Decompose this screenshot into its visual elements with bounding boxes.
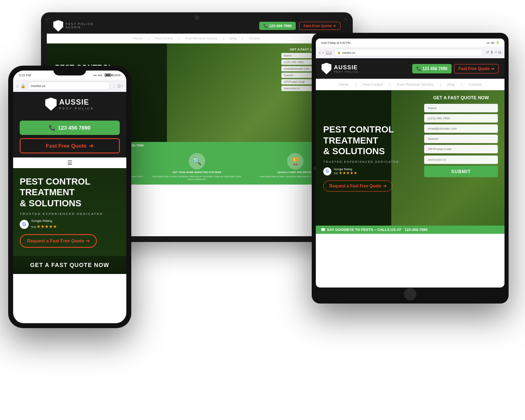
tp-ticker-phone: 123-456-7890 (404, 228, 427, 232)
tp-url-text: maxbiz.co (342, 51, 355, 54)
nav-sep2: | (178, 37, 179, 40)
tp-phone-btn[interactable]: 📞 123 456 7890 (412, 64, 452, 73)
tp-submit-btn[interactable]: SUBMIT (424, 166, 498, 177)
tp-url-bar[interactable]: 🔒 maxbiz.co (334, 49, 483, 56)
shield-icon-phone (45, 98, 57, 111)
brand-name-phone: AUSSIE (59, 98, 94, 107)
phone-icon-btn: 📞 (49, 125, 55, 131)
tp-web-nav: Home | Pest Control | Pest Removal Servi… (316, 79, 504, 90)
share-icon-phone[interactable]: ⋮ (112, 84, 116, 88)
brand-tagline-landscape: PEST POLICE (66, 23, 94, 26)
feature-3-icon-landscape: 🏆 (287, 153, 304, 169)
forward-icon-tp[interactable]: › (322, 50, 324, 55)
tp-browser-bar: ‹ › 📖 🔒 maxbiz.co ↺ ⬆ + ⧉ (316, 47, 504, 58)
tp-nav-home[interactable]: Home (339, 82, 349, 87)
nav-blog-landscape[interactable]: Blog (230, 37, 236, 40)
tp-form-phone[interactable] (424, 114, 498, 123)
tp-nav-blog[interactable]: Blog (447, 82, 455, 87)
more-icon-phone[interactable]: ⁝ (122, 84, 123, 88)
tp-ticker: ☎ SAY GOODBYE TO PESTS – CALLS US AT 123… (316, 226, 504, 234)
feature-2-desc-landscape: Lorem ipsum dolor sit amet, consectetur … (149, 175, 244, 180)
tp-hero-content: PEST CONTROL TREATMENT & SOLUTIONS TRUST… (316, 90, 420, 226)
refresh-icon-tp[interactable]: ↺ (486, 50, 489, 55)
nav-sep1: | (148, 37, 149, 40)
tp-form-name[interactable] (424, 104, 498, 112)
tp-lock-icon: 🔒 (337, 51, 341, 54)
tp-header-btns: 📞 123 456 7890 Fast Free Quote ➜ (412, 64, 499, 73)
lock-icon-phone: 🔒 (21, 84, 25, 88)
tp-form-email[interactable] (424, 124, 498, 133)
add-tab-icon-tp[interactable]: + (495, 50, 497, 55)
tp-form-zip[interactable] (424, 145, 498, 153)
tablet-portrait-device: June Friday at 5:20 PM ▪▪▪ 4G 🔋 ‹ › 📖 🔒 … (312, 33, 509, 304)
request-quote-btn-phone[interactable]: Request a Fast Free Quote ➜ (20, 234, 97, 248)
brand-tagline-tp: PEST POLICE (334, 71, 359, 73)
nav-sep3: | (223, 37, 224, 40)
tp-status-bar: June Friday at 5:20 PM ▪▪▪ 4G 🔋 (316, 39, 504, 47)
brand-text-landscape: PEST POLICE AUSSIE (66, 23, 94, 29)
stars-phone: ★★★★★ (37, 224, 57, 229)
battery-pct: 100% (112, 73, 121, 77)
phone-url-bar[interactable]: maxbiz.co (28, 82, 110, 90)
tablet-portrait-home-btn[interactable] (404, 288, 416, 300)
brand-name-tp: AUSSIE (334, 64, 359, 71)
tabs-icon-tp[interactable]: ⧉ (498, 50, 501, 55)
quote-button-landscape[interactable]: Fast Free Quote ➜ (299, 22, 340, 30)
back-icon-tp[interactable]: ‹ (319, 50, 321, 55)
tp-web-header: AUSSIE PEST POLICE 📞 123 456 7890 Fast F… (316, 58, 504, 79)
signal-icon: ▪▪▪ (93, 73, 97, 77)
book-icon-tp[interactable]: 📖 (326, 50, 332, 55)
tab-icon-phone[interactable]: ⊡ (117, 84, 121, 88)
tp-ticker-icon: ☎ (321, 228, 325, 232)
phone-browser-action-icons: ⋮ ⊡ ⁝ (112, 84, 123, 88)
phone-google-row: G Google Rating 5.0 ★★★★★ (20, 219, 120, 229)
brand-name-landscape: AUSSIE (66, 26, 94, 29)
battery-fill (105, 74, 111, 76)
tablet-portrait-screen: June Friday at 5:20 PM ▪▪▪ 4G 🔋 ‹ › 📖 🔒 … (316, 39, 504, 288)
phone-screen: 5:22 PM ▪▪▪ 4G 100% ⌂ 🔒 maxbiz.co (13, 71, 126, 323)
tp-nav-removal[interactable]: Pest Removal Service (397, 82, 434, 87)
feature-2-landscape: 🔍 GET YOUR HOME INSPECTED FOR FREE Lorem… (149, 153, 244, 180)
tp-form-suburb[interactable] (424, 135, 498, 143)
phone-device: 5:22 PM ▪▪▪ 4G 100% ⌂ 🔒 maxbiz.co (8, 66, 131, 328)
tp-request-btn[interactable]: Request a Fast Free Quote ➜ (323, 180, 393, 192)
tp-quote-btn[interactable]: Fast Free Quote ➜ (454, 64, 499, 73)
share-icon-tp[interactable]: ⬆ (490, 50, 493, 55)
web-header-landscape: PEST POLICE AUSSIE 📞 123 456 7890 Fast F… (47, 18, 347, 34)
phone-cta-section: 📞 123 456 7890 Fast Free Quote ➜ (13, 116, 126, 158)
tp-nav-sep4: | (461, 82, 462, 87)
phone-time: 5:22 PM (19, 73, 31, 77)
phone-hero-title: PEST CONTROL TREATMENT & SOLUTIONS (20, 176, 120, 209)
battery-phone (105, 73, 111, 77)
phone-hamburger: ☰ (13, 158, 126, 168)
nav-removal-landscape[interactable]: Pest Removal Service (185, 37, 218, 40)
quote-arrow-phone: ➜ (89, 143, 94, 149)
rating-number-phone: 5.0 (31, 225, 36, 229)
nav-contact-landscape[interactable]: Contact (249, 37, 260, 40)
phone-quote-teaser: GET A FAST QUOTE NOW (13, 256, 126, 274)
home-icon-phone[interactable]: ⌂ (16, 84, 19, 88)
tp-nav-pest[interactable]: Pest Control (363, 82, 383, 87)
tablet-landscape-camera (194, 15, 199, 20)
tp-network: 4G (491, 41, 495, 44)
phone-status-right: ▪▪▪ 4G 100% (93, 73, 121, 77)
nav-home-landscape[interactable]: Home (134, 37, 142, 40)
tp-nav-sep3: | (440, 82, 441, 87)
tp-hero-title: PEST CONTROL TREATMENT & SOLUTIONS (323, 124, 412, 157)
feature-2-icon-landscape: 🔍 (189, 153, 205, 169)
tp-time: June Friday at 5:20 PM (321, 41, 350, 44)
phone-quote-btn[interactable]: Fast Free Quote ➜ (20, 138, 120, 153)
web-nav-landscape: Home | Pest Control | Pest Removal Servi… (47, 34, 347, 43)
nav-sep4: | (242, 37, 243, 40)
phone-button-landscape[interactable]: 📞 123 456 7890 (259, 22, 296, 30)
web-logo-landscape: PEST POLICE AUSSIE (53, 20, 94, 32)
nav-pest-control-landscape[interactable]: Pest Control (155, 37, 173, 40)
phone-call-btn[interactable]: 📞 123 456 7890 (20, 121, 120, 135)
feature-2-title-landscape: GET YOUR HOME INSPECTED FOR FREE (173, 171, 221, 173)
tp-nav-sep2: | (390, 82, 390, 87)
tp-nav-contact[interactable]: Contact (469, 82, 482, 87)
hamburger-icon[interactable]: ☰ (67, 160, 73, 166)
tp-nav-btns: ‹ › 📖 (319, 50, 332, 55)
tp-form-interested[interactable]: Interested In (424, 155, 498, 164)
phone-logo-row: AUSSIE PEST POLICE (45, 98, 94, 111)
